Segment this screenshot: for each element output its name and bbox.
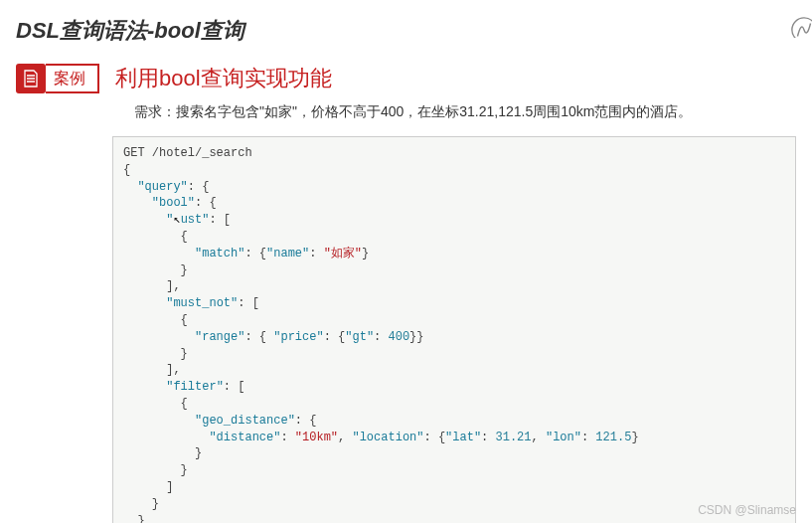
case-badge: 案例 xyxy=(16,64,99,93)
section-title: 利用bool查询实现功能 xyxy=(115,64,332,93)
document-icon xyxy=(16,64,46,93)
adobe-reader-icon xyxy=(790,16,812,38)
cursor-icon: ↖ xyxy=(173,213,180,227)
code-request-line: GET /hotel/_search xyxy=(123,146,252,160)
badge-label: 案例 xyxy=(46,64,99,93)
requirement-text: 需求：搜索名字包含"如家"，价格不高于400，在坐标31.21,121.5周围1… xyxy=(0,103,812,131)
page-title: DSL查询语法-bool查询 xyxy=(0,0,812,64)
code-block: GET /hotel/_search { "query": { "bool": … xyxy=(112,136,796,523)
watermark: CSDN @Slinamse xyxy=(698,503,796,517)
